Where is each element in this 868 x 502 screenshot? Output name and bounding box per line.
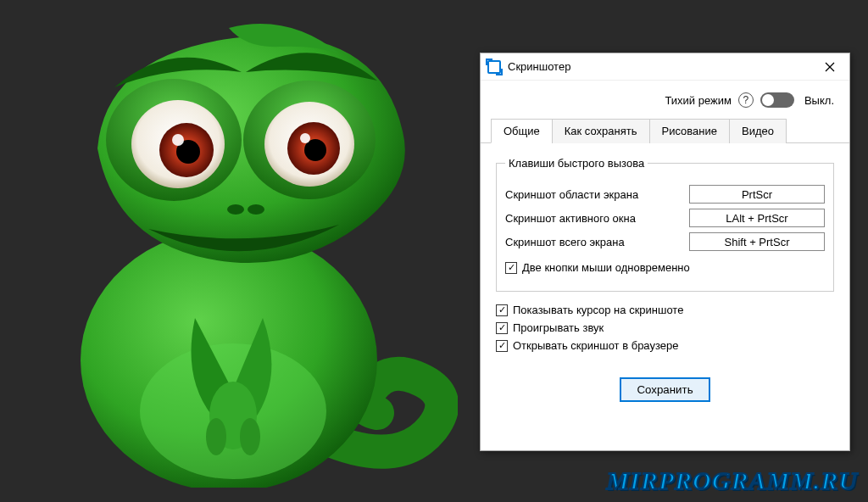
hotkey-row-fullscreen: Скриншот всего экрана Shift + PrtScr (505, 232, 825, 251)
tab-general[interactable]: Общие (491, 119, 553, 143)
tab-drawing[interactable]: Рисование (649, 119, 730, 143)
hotkey-label-window: Скриншот активного окна (505, 212, 689, 225)
checkbox-two-buttons[interactable] (505, 262, 517, 274)
svg-point-13 (172, 134, 184, 146)
checkbox-label-open-browser: Открывать скриншот в браузере (513, 339, 678, 352)
checkbox-row-open-browser: Открывать скриншот в браузере (496, 339, 834, 352)
hotkeys-group: Клавиши быстрого вызова Скриншот области… (496, 157, 834, 292)
checkbox-label-two-buttons: Две кнопки мыши одновременно (522, 261, 690, 274)
save-button[interactable]: Сохранить (620, 377, 709, 402)
hotkey-input-fullscreen[interactable]: Shift + PrtScr (689, 232, 825, 251)
watermark: MIRPROGRAMM.RU (606, 466, 858, 495)
quiet-mode-label: Тихий режим (665, 94, 731, 107)
quiet-mode-toggle[interactable] (760, 92, 794, 108)
hotkey-row-window: Скриншот активного окна LAlt + PrtScr (505, 209, 825, 227)
window-title: Скриншотер (508, 60, 817, 73)
chameleon-illustration (17, 13, 458, 488)
svg-point-14 (300, 133, 310, 143)
hotkey-label-area: Скриншот области экрана (505, 188, 689, 201)
checkbox-row-show-cursor: Показывать курсор на скриншоте (496, 304, 834, 316)
checkbox-row-two-buttons: Две кнопки мыши одновременно (505, 261, 825, 274)
toggle-knob (762, 94, 774, 106)
help-icon[interactable]: ? (738, 92, 754, 108)
svg-point-4 (240, 418, 260, 455)
hotkey-input-area[interactable]: PrtScr (689, 185, 825, 204)
hotkey-label-fullscreen: Скриншот всего экрана (505, 236, 689, 248)
save-row: Сохранить (496, 377, 834, 402)
settings-dialog: Скриншотер Тихий режим ? Выкл. Общие Как… (480, 53, 850, 451)
app-icon (487, 60, 501, 74)
checkbox-label-show-cursor: Показывать курсор на скриншоте (513, 304, 683, 316)
quiet-mode-state: Выкл. (804, 94, 834, 107)
tab-how-to-save[interactable]: Как сохранять (552, 119, 650, 143)
titlebar: Скриншотер (481, 53, 849, 81)
checkbox-play-sound[interactable] (496, 322, 508, 334)
svg-point-15 (227, 204, 244, 215)
svg-point-3 (206, 418, 226, 455)
checkbox-show-cursor[interactable] (496, 304, 508, 316)
hotkey-row-area: Скриншот области экрана PrtScr (505, 185, 825, 204)
tab-content-general: Клавиши быстрого вызова Скриншот области… (481, 143, 849, 410)
tab-video[interactable]: Видео (729, 119, 787, 143)
hotkey-input-window[interactable]: LAlt + PrtScr (689, 209, 825, 227)
svg-point-16 (248, 204, 264, 215)
hotkeys-legend: Клавиши быстрого вызова (505, 157, 648, 170)
close-icon (825, 62, 835, 72)
tabs: Общие Как сохранять Рисование Видео (481, 118, 849, 143)
checkbox-label-play-sound: Проигрывать звук (513, 321, 604, 334)
close-button[interactable] (817, 54, 843, 80)
checkbox-open-browser[interactable] (496, 340, 508, 352)
checkbox-row-play-sound: Проигрывать звук (496, 321, 834, 334)
quiet-mode-row: Тихий режим ? Выкл. (481, 81, 849, 116)
